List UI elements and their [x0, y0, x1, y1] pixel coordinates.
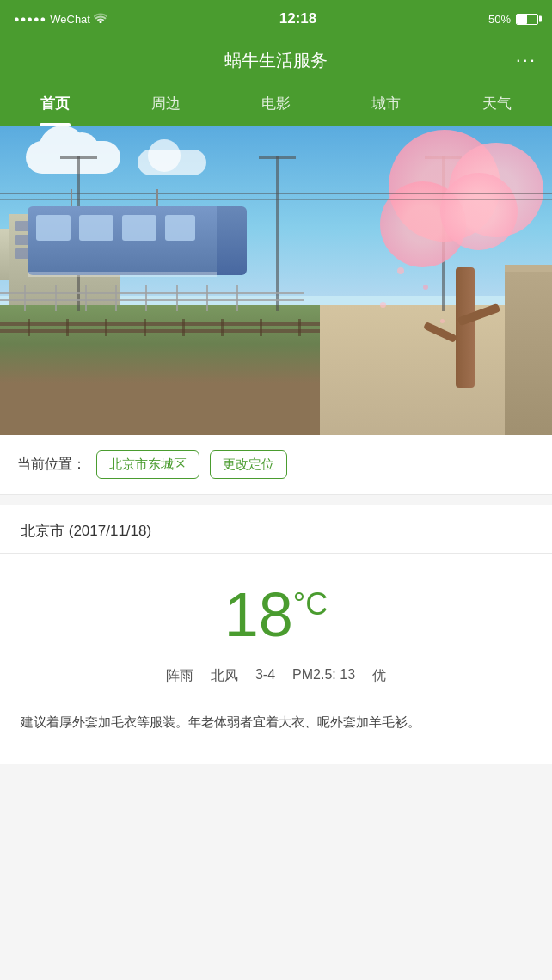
weather-quality: 优 [372, 667, 386, 685]
train [28, 206, 251, 284]
wifi-icon [94, 12, 107, 26]
battery-icon [516, 14, 538, 25]
status-left: ●●●●● WeChat [14, 12, 107, 26]
weather-city: 北京市 (2017/11/18) [0, 505, 552, 554]
status-bar: ●●●●● WeChat 12:18 50% [0, 0, 552, 38]
location-value: 北京市东城区 [96, 450, 199, 479]
wall [505, 265, 552, 435]
nav-tabs: 首页 周边 电影 城市 天气 [0, 83, 552, 126]
battery-percent: 50% [488, 13, 511, 26]
status-right: 50% [488, 13, 538, 26]
location-bar: 当前位置： 北京市东城区 更改定位 [0, 435, 552, 495]
tab-movie[interactable]: 电影 [221, 83, 331, 126]
weather-pm25: PM2.5: 13 [292, 667, 355, 685]
app-header: 蜗牛生活服务 ··· [0, 38, 552, 83]
weather-wind-scale: 3-4 [255, 667, 275, 685]
weather-card: 北京市 (2017/11/18) 18°C 阵雨 北风 3-4 PM2.5: 1… [0, 505, 552, 764]
more-button[interactable]: ··· [516, 49, 537, 71]
app-title: 蜗牛生活服务 [224, 49, 328, 72]
tab-home[interactable]: 首页 [0, 83, 110, 126]
carrier-label: WeChat [50, 13, 90, 26]
wire-2 [0, 199, 552, 200]
tab-weather[interactable]: 天气 [442, 83, 552, 126]
tab-city[interactable]: 城市 [331, 83, 441, 126]
location-label: 当前位置： [17, 456, 86, 474]
weather-condition: 阵雨 [166, 667, 193, 685]
change-location-button[interactable]: 更改定位 [210, 450, 287, 479]
wire-1 [0, 193, 552, 194]
weather-advice: 建议着厚外套加毛衣等服装。年老体弱者宜着大衣、呢外套加羊毛衫。 [0, 697, 552, 747]
tab-nearby[interactable]: 周边 [110, 83, 220, 126]
banner-scene: ©ウ:3B 1 2 3 [0, 126, 552, 435]
weather-wind: 北风 [211, 667, 238, 685]
cloud-2 [138, 150, 206, 175]
weather-details: 阵雨 北风 3-4 PM2.5: 13 优 [0, 667, 552, 697]
signal-icon: ●●●●● [14, 14, 46, 24]
banner: ©ウ:3B 1 2 3 [0, 126, 552, 435]
weather-temperature: 18°C [0, 554, 552, 667]
status-time: 12:18 [279, 10, 316, 28]
fence [0, 285, 304, 311]
